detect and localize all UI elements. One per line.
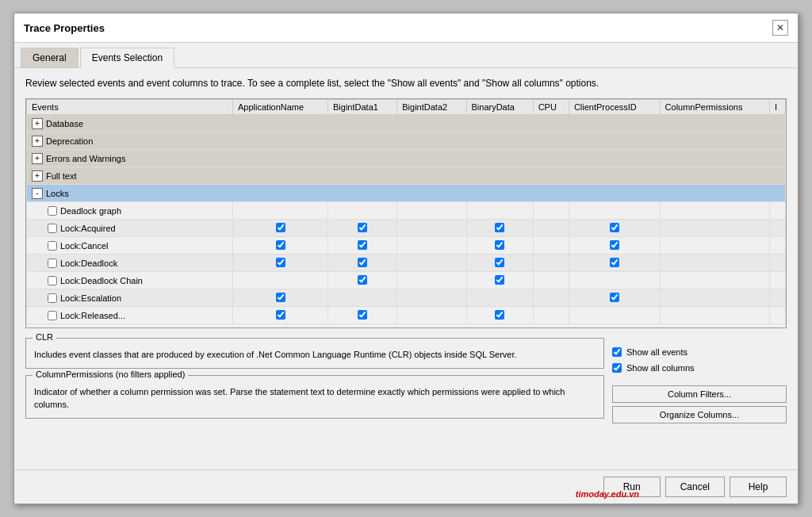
cell-checkbox-11-3[interactable] [495, 310, 504, 320]
show-all-events-label: Show all events [626, 347, 688, 357]
cell-checkbox-10-0[interactable] [276, 293, 285, 302]
expand-icon-4[interactable]: - [32, 188, 43, 199]
col-bigintdata2: BigintData2 [397, 100, 466, 115]
cell-checkbox-9-3[interactable] [495, 275, 504, 285]
column-filters-button[interactable]: Column Filters... [612, 385, 787, 403]
row-checkbox-7[interactable] [48, 241, 57, 251]
dialog-content: Review selected events and event columns… [14, 68, 798, 469]
col-clientprocessid: ClientProcessID [569, 100, 660, 115]
show-options: Show all events Show all columns [612, 338, 787, 379]
col-i: I [769, 100, 785, 115]
expand-icon-3[interactable]: + [32, 170, 43, 182]
trace-properties-dialog: Trace Properties ✕ General Events Select… [13, 13, 799, 504]
expand-icon-2[interactable]: + [32, 153, 43, 164]
cancel-button[interactable]: Cancel [665, 477, 725, 497]
cell-checkbox-8-0[interactable] [276, 258, 285, 267]
show-all-columns-label: Show all columns [626, 363, 695, 373]
cell-checkbox-7-1[interactable] [358, 240, 367, 250]
column-permissions-group: ColumnPermissions (no filters applied) I… [25, 375, 604, 419]
cell-checkbox-6-3[interactable] [495, 223, 504, 232]
cell-checkbox-11-0[interactable] [276, 310, 285, 320]
events-table: Events ApplicationName BigintData1 Bigin… [26, 99, 786, 324]
cell-checkbox-8-1[interactable] [358, 258, 367, 267]
col-appname: ApplicationName [233, 100, 328, 115]
instructions-text: Review selected events and event columns… [25, 78, 787, 89]
col-bigintdata1: BigintData1 [328, 100, 397, 115]
cell-checkbox-6-0[interactable] [276, 223, 285, 232]
bottom-left: CLR Includes event classes that are prod… [25, 338, 604, 423]
cell-checkbox-7-0[interactable] [276, 240, 285, 250]
bottom-right: Show all events Show all columns Column … [612, 338, 787, 423]
close-button[interactable]: ✕ [772, 20, 788, 36]
column-permissions-title: ColumnPermissions (no filters applied) [33, 370, 188, 379]
events-table-container: Events ApplicationName BigintData1 Bigin… [25, 98, 787, 328]
cell-checkbox-7-5[interactable] [610, 240, 619, 250]
col-binarydata: BinaryData [466, 100, 533, 115]
help-button[interactable]: Help [730, 477, 787, 497]
bottom-section: CLR Includes event classes that are prod… [25, 338, 787, 423]
cell-checkbox-7-3[interactable] [495, 240, 504, 250]
row-checkbox-11[interactable] [48, 311, 57, 320]
show-all-columns-row: Show all columns [612, 363, 787, 373]
col-events: Events [27, 100, 233, 115]
row-checkbox-6[interactable] [48, 224, 57, 233]
footer: timoday.edu.vn Run Cancel Help [14, 469, 798, 504]
cell-checkbox-6-5[interactable] [610, 223, 619, 232]
expand-icon-0[interactable]: + [32, 118, 43, 129]
tab-general[interactable]: General [21, 48, 79, 67]
tab-events-selection[interactable]: Events Selection [80, 48, 174, 68]
dialog-title: Trace Properties [24, 22, 105, 34]
watermark: timoday.edu.vn [576, 489, 639, 499]
tab-bar: General Events Selection [14, 43, 798, 68]
cell-checkbox-9-1[interactable] [358, 275, 367, 285]
cell-checkbox-6-1[interactable] [358, 223, 367, 232]
clr-description: Includes event classes that are produced… [34, 348, 596, 362]
events-table-scroll[interactable]: Events ApplicationName BigintData1 Bigin… [26, 99, 786, 327]
row-checkbox-5[interactable] [48, 206, 57, 216]
clr-group-title: CLR [33, 332, 56, 342]
show-all-columns-checkbox[interactable] [612, 363, 622, 373]
clr-group: CLR Includes event classes that are prod… [25, 338, 604, 369]
column-permissions-description: Indicator of whether a column permission… [34, 385, 596, 412]
cell-checkbox-8-3[interactable] [495, 258, 504, 267]
organize-columns-button[interactable]: Organize Columns... [612, 406, 787, 423]
show-all-events-row: Show all events [612, 347, 787, 357]
row-checkbox-10[interactable] [48, 293, 57, 303]
col-cpu: CPU [533, 100, 569, 115]
cell-checkbox-11-1[interactable] [358, 310, 367, 320]
row-checkbox-8[interactable] [48, 258, 57, 268]
show-all-events-checkbox[interactable] [612, 347, 622, 357]
col-columnpermissions: ColumnPermissions [660, 100, 769, 115]
expand-icon-1[interactable]: + [32, 136, 43, 147]
cell-checkbox-10-5[interactable] [610, 293, 619, 302]
action-buttons: Column Filters... Organize Columns... [612, 385, 787, 423]
title-bar: Trace Properties ✕ [14, 13, 798, 43]
cell-checkbox-8-5[interactable] [610, 258, 619, 267]
row-checkbox-9[interactable] [48, 276, 57, 285]
